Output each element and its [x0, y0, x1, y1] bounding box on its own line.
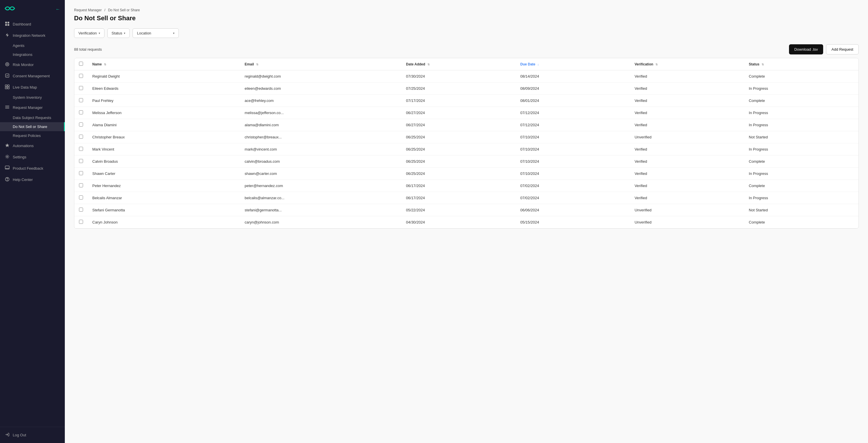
row-checkbox-cell[interactable] — [74, 131, 88, 143]
table-row[interactable]: Stefani Germanotta stefani@germanotta...… — [74, 204, 859, 216]
table-row[interactable]: Peter Hernandez peter@hernandez.com 06/1… — [74, 180, 859, 192]
sidebar-item-integrations[interactable]: Integrations — [0, 50, 65, 59]
row-status: In Progress — [744, 143, 859, 155]
row-verification: Verified — [630, 95, 744, 107]
sidebar-item-logout[interactable]: Log Out — [0, 430, 65, 441]
col-header-verification[interactable]: Verification ⇅ — [630, 58, 744, 70]
sort-icon-due-date: ↓ — [537, 63, 539, 66]
col-header-due-date[interactable]: Due Date ↓ — [516, 58, 630, 70]
sort-icon-verification: ⇅ — [655, 63, 658, 66]
sidebar-item-label: Risk Monitor — [13, 63, 34, 67]
row-checkbox[interactable] — [79, 74, 83, 78]
sidebar-item-request-policies[interactable]: Request Policies — [0, 131, 65, 140]
sidebar-item-agents[interactable]: Agents — [0, 41, 65, 50]
row-date-added: 06/25/2024 — [401, 143, 516, 155]
sidebar-item-product-feedback[interactable]: Product Feedback — [0, 163, 65, 174]
row-checkbox[interactable] — [79, 122, 83, 126]
row-checkbox-cell[interactable] — [74, 83, 88, 95]
back-icon[interactable]: ← — [56, 7, 60, 12]
row-name: Paul Frehley — [88, 95, 240, 107]
col-header-name[interactable]: Name ⇅ — [88, 58, 240, 70]
row-checkbox-cell[interactable] — [74, 180, 88, 192]
sidebar-item-do-not-sell[interactable]: Do Not Sell or Share — [0, 122, 65, 131]
table-row[interactable]: Reginald Dwight reginald@dwight.com 07/3… — [74, 70, 859, 83]
sidebar-item-help-center[interactable]: Help Center — [0, 174, 65, 185]
row-verification: Verified — [630, 155, 744, 168]
row-date-added: 06/17/2024 — [401, 180, 516, 192]
col-header-email[interactable]: Email ⇅ — [240, 58, 402, 70]
table-row[interactable]: Alama Dlamini alama@dlamini.com 06/27/20… — [74, 119, 859, 131]
row-checkbox-cell[interactable] — [74, 192, 88, 204]
sidebar-item-label: Help Center — [13, 177, 33, 182]
row-due-date: 07/12/2024 — [516, 119, 630, 131]
row-checkbox-cell[interactable] — [74, 119, 88, 131]
table-row[interactable]: Belcalis Almanzar belcalis@almanzar.co..… — [74, 192, 859, 204]
table-row[interactable]: Mark Vincent mark@vincent.com 06/25/2024… — [74, 143, 859, 155]
sidebar-item-system-inventory[interactable]: System Inventory — [0, 93, 65, 102]
row-due-date: 07/02/2024 — [516, 180, 630, 192]
row-checkbox-cell[interactable] — [74, 155, 88, 168]
logout-icon — [5, 432, 10, 438]
add-request-button[interactable]: Add Request — [826, 44, 859, 54]
row-checkbox[interactable] — [79, 135, 83, 139]
row-status: Complete — [744, 180, 859, 192]
row-checkbox-cell[interactable] — [74, 143, 88, 155]
sidebar-item-live-data-map[interactable]: Live Data Map — [0, 82, 65, 93]
download-button[interactable]: Download .tsv — [789, 44, 823, 54]
row-checkbox[interactable] — [79, 98, 83, 102]
row-verification: Unverified — [630, 131, 744, 143]
table-row[interactable]: Melissa Jefferson melissa@jefferson.co..… — [74, 107, 859, 119]
sidebar-logo — [5, 5, 15, 13]
svg-rect-3 — [7, 24, 9, 26]
breadcrumb-parent[interactable]: Request Manager — [74, 8, 101, 12]
sidebar-item-data-subject-requests[interactable]: Data Subject Requests — [0, 113, 65, 122]
row-checkbox-cell[interactable] — [74, 107, 88, 119]
verification-filter[interactable]: Verification ▾ — [74, 28, 104, 38]
sidebar-item-integration-network[interactable]: Integration Network — [0, 30, 65, 41]
sidebar-item-risk-monitor[interactable]: Risk Monitor — [0, 59, 65, 70]
status-filter-label: Status — [112, 31, 122, 35]
row-checkbox-cell[interactable] — [74, 70, 88, 83]
svg-rect-13 — [5, 107, 9, 108]
svg-point-19 — [7, 180, 7, 181]
sidebar-item-request-manager[interactable]: Request Manager — [0, 102, 65, 113]
row-checkbox-cell[interactable] — [74, 168, 88, 180]
row-verification: Verified — [630, 168, 744, 180]
row-checkbox[interactable] — [79, 208, 83, 212]
select-all-checkbox[interactable] — [79, 62, 83, 66]
row-checkbox[interactable] — [79, 159, 83, 163]
sidebar-item-consent-management[interactable]: Consent Management — [0, 70, 65, 82]
sidebar-item-label: Request Manager — [13, 106, 42, 110]
location-filter[interactable]: Location ▾ — [132, 28, 179, 38]
row-checkbox[interactable] — [79, 147, 83, 151]
row-checkbox-cell[interactable] — [74, 216, 88, 229]
row-verification: Unverified — [630, 216, 744, 229]
row-checkbox[interactable] — [79, 196, 83, 200]
sidebar-item-automations[interactable]: Automations — [0, 140, 65, 151]
col-header-date-added[interactable]: Date Added ⇅ — [401, 58, 516, 70]
sidebar-item-label: Settings — [13, 155, 26, 159]
svg-marker-4 — [6, 33, 9, 37]
table-row[interactable]: Paul Frehley ace@frehley.com 07/17/2024 … — [74, 95, 859, 107]
table-row[interactable]: Christopher Breaux christopher@breaux...… — [74, 131, 859, 143]
table-row[interactable]: Caryn Johnson caryn@johnson.com 04/30/20… — [74, 216, 859, 229]
table-row[interactable]: Calvin Broadus calvin@broadus.com 06/25/… — [74, 155, 859, 168]
row-email: melissa@jefferson.co... — [240, 107, 402, 119]
table-row[interactable]: Eileen Edwards eileen@edwards.com 07/25/… — [74, 83, 859, 95]
row-checkbox[interactable] — [79, 86, 83, 90]
select-all-cell[interactable] — [74, 58, 88, 70]
row-checkbox[interactable] — [79, 183, 83, 187]
sidebar-item-settings[interactable]: Settings — [0, 151, 65, 163]
sidebar-item-dashboard[interactable]: Dashboard — [0, 19, 65, 30]
row-checkbox-cell[interactable] — [74, 204, 88, 216]
status-filter[interactable]: Status ▾ — [107, 28, 130, 38]
table-row[interactable]: Shawn Carter shawn@carter.com 06/25/2024… — [74, 168, 859, 180]
location-filter-label: Location — [137, 31, 151, 35]
row-checkbox[interactable] — [79, 171, 83, 175]
col-header-status[interactable]: Status ⇅ — [744, 58, 859, 70]
row-checkbox-cell[interactable] — [74, 95, 88, 107]
row-checkbox[interactable] — [79, 110, 83, 114]
row-checkbox[interactable] — [79, 220, 83, 224]
sort-icon-email: ⇅ — [256, 63, 258, 66]
map-icon — [5, 85, 10, 90]
